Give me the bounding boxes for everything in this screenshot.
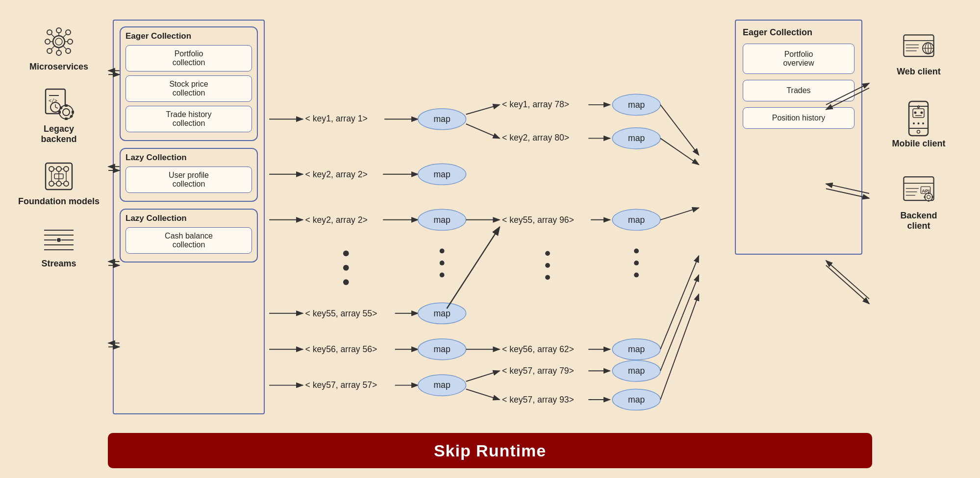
backend-client-icon: API <box>902 173 936 208</box>
svg-text:< key56, array 56>: < key56, array 56> <box>305 344 377 354</box>
svg-text:map: map <box>433 380 450 390</box>
legacy-backend-label: Legacybackend <box>41 124 76 144</box>
svg-point-139 <box>612 94 660 115</box>
svg-text:< key57, array 79>: < key57, array 79> <box>502 366 574 376</box>
svg-point-112 <box>418 209 466 230</box>
microservices-group: Microservices <box>29 24 88 72</box>
svg-text:map: map <box>433 344 450 354</box>
svg-text:map: map <box>433 169 450 179</box>
svg-point-107 <box>418 164 466 185</box>
svg-line-155 <box>466 371 500 382</box>
svg-text:map: map <box>628 366 645 376</box>
svg-point-68 <box>921 112 923 114</box>
legacy-backend-icon: </> <box>42 87 76 121</box>
svg-point-1 <box>56 28 61 33</box>
svg-point-148 <box>634 261 639 265</box>
svg-point-183 <box>545 275 550 280</box>
svg-text:< key2, array 2>: < key2, array 2> <box>305 215 368 225</box>
mobile-client-group: Mobile client <box>892 101 945 149</box>
svg-line-13 <box>51 34 55 38</box>
svg-rect-86 <box>928 200 930 202</box>
foundation-models-label: Foundation models <box>18 196 100 207</box>
skip-runtime-label: Skip Runtime <box>434 441 546 460</box>
svg-point-120 <box>418 303 466 324</box>
svg-point-147 <box>634 249 639 254</box>
svg-text:< key57, array 93>: < key57, array 93> <box>502 395 574 405</box>
streams-icon <box>42 221 76 256</box>
user-profile-collection-item: User profilecollection <box>126 167 252 193</box>
svg-point-115 <box>440 261 445 265</box>
svg-line-171 <box>447 227 500 309</box>
lazy-collection-2-title: Lazy Collection <box>126 214 252 223</box>
svg-point-114 <box>440 249 445 254</box>
lazy-collection-1-group: Lazy Collection User profilecollection <box>120 148 258 202</box>
microservices-label: Microservices <box>29 62 88 72</box>
svg-point-153 <box>612 339 660 360</box>
svg-line-157 <box>466 389 500 400</box>
mobile-client-label: Mobile client <box>892 139 945 149</box>
backend-client-label: Backendclient <box>900 211 937 231</box>
svg-line-14 <box>63 46 66 49</box>
svg-point-8 <box>47 48 52 53</box>
foundation-models-icon <box>42 159 76 193</box>
portfolio-overview-item: Portfoliooverview <box>743 44 854 74</box>
right-collections-box: Eager Collection Portfoliooverview Trade… <box>735 20 862 255</box>
svg-rect-23 <box>65 104 68 107</box>
svg-point-74 <box>922 122 924 124</box>
svg-text:map: map <box>628 344 645 354</box>
svg-point-179 <box>343 265 349 271</box>
svg-text:< key2, array 80>: < key2, array 80> <box>502 133 569 143</box>
svg-text:< key55, array 96>: < key55, array 96> <box>502 215 574 225</box>
svg-point-83 <box>925 193 932 201</box>
svg-point-180 <box>343 279 349 285</box>
svg-line-176 <box>826 265 869 304</box>
svg-point-149 <box>634 273 639 278</box>
skip-runtime-bar: Skip Runtime <box>108 433 872 468</box>
streams-label: Streams <box>41 259 76 269</box>
svg-point-142 <box>612 128 660 149</box>
svg-line-166 <box>660 138 699 165</box>
svg-point-5 <box>47 30 52 35</box>
web-client-icon <box>902 29 936 64</box>
microservices-icon <box>42 24 76 59</box>
svg-line-168 <box>660 256 699 349</box>
svg-point-17 <box>55 38 62 45</box>
svg-point-75 <box>917 130 920 133</box>
svg-point-125 <box>418 339 466 360</box>
svg-text:< key56, array 62>: < key56, array 62> <box>502 344 574 354</box>
svg-point-130 <box>418 375 466 396</box>
web-client-group: Web client <box>897 29 941 77</box>
svg-rect-26 <box>72 111 74 114</box>
svg-point-116 <box>440 273 445 278</box>
svg-text:< key1, array 78>: < key1, array 78> <box>502 99 569 109</box>
svg-line-170 <box>660 294 699 400</box>
svg-point-33 <box>49 167 54 171</box>
svg-line-15 <box>63 34 66 38</box>
svg-point-182 <box>545 263 550 268</box>
trades-item: Trades <box>743 80 854 101</box>
svg-point-35 <box>64 167 69 171</box>
svg-rect-88 <box>931 196 933 198</box>
svg-line-16 <box>51 46 55 49</box>
position-history-item: Position history <box>743 107 854 129</box>
svg-point-102 <box>418 109 466 130</box>
eager-collection-title: Eager Collection <box>126 31 252 41</box>
svg-point-178 <box>343 250 349 256</box>
mobile-client-icon <box>902 101 936 136</box>
svg-line-167 <box>660 208 699 219</box>
svg-point-163 <box>612 389 660 410</box>
svg-point-73 <box>918 122 920 124</box>
svg-point-34 <box>56 167 61 171</box>
svg-point-145 <box>612 209 660 230</box>
right-eager-collection-title: Eager Collection <box>743 27 854 38</box>
svg-text:map: map <box>628 395 645 405</box>
eager-collection-group: Eager Collection Portfoliocollection Sto… <box>120 26 258 141</box>
left-collections-box: Eager Collection Portfoliocollection Sto… <box>113 20 265 414</box>
portfolio-collection-item: Portfoliocollection <box>126 45 252 72</box>
svg-point-72 <box>913 122 915 124</box>
backend-client-group: API Backendclient <box>900 173 937 231</box>
svg-line-177 <box>826 261 869 299</box>
svg-line-169 <box>660 275 699 371</box>
svg-line-165 <box>660 105 699 155</box>
svg-point-67 <box>914 112 917 114</box>
